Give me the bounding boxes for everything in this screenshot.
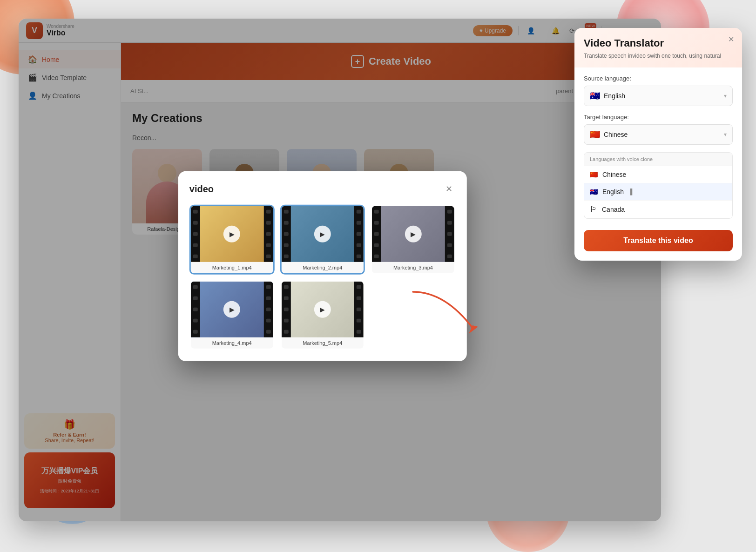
video-name-3: Marketing_3.mp4 — [372, 262, 454, 273]
target-lang-name: Chinese — [604, 131, 724, 138]
video-card-1[interactable]: ▶ Marketing_1.mp4 — [189, 205, 275, 275]
video-name-2: Marketing_2.mp4 — [281, 262, 364, 273]
source-lang-name: English — [604, 92, 724, 100]
video-name-4: Marketing_4.mp4 — [191, 337, 273, 349]
dropdown-section-label: Languages with voice clone — [584, 153, 732, 166]
video-thumb-2: ▶ — [281, 206, 364, 262]
source-lang-label: Source language: — [584, 75, 733, 82]
translator-body: Source language: 🇦🇺 English ▾ Target lan… — [574, 67, 742, 261]
modal-close-button[interactable]: ✕ — [443, 182, 456, 195]
play-icon-5: ▶ — [314, 301, 331, 318]
video-thumb-5: ▶ — [281, 282, 364, 337]
translator-header: Video Translator Translate speech invide… — [574, 28, 742, 67]
translator-close-button[interactable]: ✕ — [725, 34, 736, 45]
modal-title: video — [189, 183, 214, 194]
film-strip-right-4 — [263, 282, 273, 337]
film-strip-left-4 — [191, 282, 200, 337]
video-card-4[interactable]: ▶ Marketing_4.mp4 — [189, 280, 275, 350]
app-window: V Wondershare Virbo ♥ Upgrade 👤 🔔 ⟳ ⊞ NE… — [19, 19, 661, 521]
play-icon-1: ▶ — [223, 226, 240, 242]
translator-title: Video Translator — [584, 37, 733, 49]
video-name-5: Marketing_5.mp4 — [281, 337, 364, 349]
film-strip-left-2 — [281, 206, 290, 262]
source-chevron-icon: ▾ — [724, 93, 727, 99]
play-icon-3: ▶ — [405, 226, 421, 242]
source-language-select[interactable]: 🇦🇺 English ▾ — [584, 86, 733, 106]
video-thumb-1: ▶ — [191, 206, 273, 262]
video-thumb-3: ▶ — [372, 206, 454, 262]
video-card-3[interactable]: ▶ Marketing_3.mp4 — [371, 205, 456, 275]
video-modal: video ✕ — [178, 171, 467, 361]
film-strip-right-3 — [445, 206, 454, 262]
source-flag: 🇦🇺 — [590, 91, 600, 101]
translate-this-video-button[interactable]: Translate this video — [584, 230, 733, 251]
film-strip-left-1 — [191, 206, 200, 262]
film-strip-right-5 — [354, 282, 364, 337]
target-flag: 🇨🇳 — [590, 129, 600, 140]
video-name-1: Marketing_1.mp4 — [191, 262, 273, 273]
play-icon-4: ▶ — [223, 301, 240, 318]
language-dropdown: Languages with voice clone 🇨🇳 Chinese 🇦🇺… — [584, 152, 733, 219]
film-strip-left-3 — [372, 206, 381, 262]
play-icon-2: ▶ — [314, 226, 331, 242]
modal-header: video ✕ — [189, 182, 456, 195]
canada-flag: 🏳 — [590, 205, 597, 214]
chinese-label: Chinese — [602, 171, 626, 178]
chinese-flag: 🇨🇳 — [590, 171, 598, 178]
video-thumb-4: ▶ — [191, 282, 273, 337]
english-flag: 🇦🇺 — [590, 188, 598, 195]
target-chevron-icon: ▾ — [724, 131, 727, 138]
video-card-5[interactable]: ▶ Marketing_5.mp4 — [280, 280, 365, 350]
translator-panel: Video Translator Translate speech invide… — [574, 28, 742, 261]
film-strip-right-1 — [263, 206, 273, 262]
film-strip-right-2 — [354, 206, 364, 262]
translator-subtitle: Translate speech invideo swith one touch… — [584, 52, 733, 60]
target-language-select[interactable]: 🇨🇳 Chinese ▾ — [584, 124, 733, 145]
english-label: English — [602, 188, 624, 195]
target-lang-label: Target language: — [584, 114, 733, 121]
dropdown-item-english[interactable]: 🇦🇺 English ▌ — [584, 183, 732, 201]
video-grid: ▶ Marketing_1.mp4 — [189, 205, 456, 350]
cursor-indicator: ▌ — [630, 188, 634, 195]
video-card-2[interactable]: ▶ Marketing_2.mp4 — [280, 205, 365, 275]
canada-label: Canada — [602, 206, 625, 213]
film-strip-left-5 — [281, 282, 290, 337]
dropdown-item-chinese[interactable]: 🇨🇳 Chinese — [584, 166, 732, 183]
dropdown-item-canada[interactable]: 🏳 Canada — [584, 201, 732, 218]
